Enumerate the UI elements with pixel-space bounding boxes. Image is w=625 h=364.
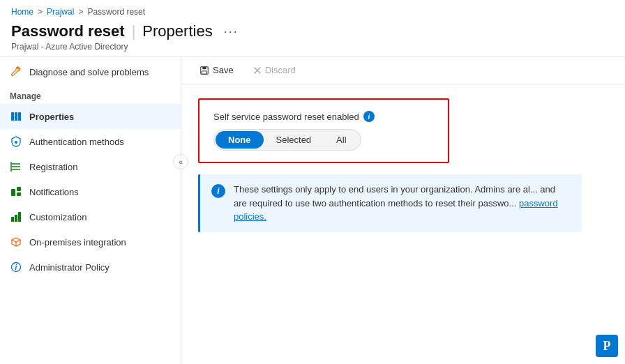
page-subtitle: Properties bbox=[142, 22, 212, 40]
discard-icon bbox=[253, 66, 262, 75]
svg-rect-10 bbox=[17, 192, 21, 196]
sspr-label-text: Self service password reset enabled bbox=[213, 112, 359, 122]
title-separator: | bbox=[132, 22, 136, 40]
breadcrumb-prajwal[interactable]: Prajwal bbox=[47, 7, 74, 17]
breadcrumb-home[interactable]: Home bbox=[11, 7, 33, 17]
svg-rect-9 bbox=[17, 187, 21, 191]
breadcrumb-sep2: > bbox=[78, 7, 83, 17]
password-policies-link[interactable]: password policies. bbox=[234, 198, 558, 222]
sspr-info-icon[interactable]: i bbox=[363, 111, 375, 122]
header: Home > Prajwal > Password reset Password… bbox=[0, 0, 625, 56]
sidebar-item-customization[interactable]: Customization bbox=[0, 204, 181, 229]
content-area: Save Discard Self service password reset… bbox=[181, 56, 625, 364]
svg-rect-13 bbox=[18, 212, 21, 222]
collapse-sidebar-button[interactable]: « bbox=[173, 154, 188, 169]
sspr-section: Self service password reset enabled i No… bbox=[198, 98, 449, 163]
sidebar-notifications-label: Notifications bbox=[29, 187, 79, 197]
shield-icon bbox=[10, 135, 22, 148]
breadcrumb-sep1: > bbox=[38, 7, 43, 17]
sidebar-item-diagnose[interactable]: Diagnose and solve problems bbox=[0, 59, 181, 84]
info-box-icon: i bbox=[211, 184, 225, 198]
svg-rect-2 bbox=[18, 112, 21, 121]
svg-rect-8 bbox=[11, 189, 15, 196]
org-label: Prajwal - Azure Active Directory bbox=[11, 42, 614, 52]
sidebar-auth-methods-label: Authentication methods bbox=[29, 137, 124, 147]
on-premises-icon bbox=[10, 236, 22, 248]
sidebar-manage-label: Manage bbox=[0, 84, 181, 104]
sidebar-item-properties[interactable]: Properties bbox=[0, 104, 181, 129]
notifications-icon bbox=[10, 185, 22, 198]
sidebar-registration-label: Registration bbox=[29, 162, 77, 172]
info-box-text: These settings only apply to end users i… bbox=[234, 183, 571, 224]
breadcrumb: Home > Prajwal > Password reset bbox=[11, 7, 614, 17]
wrench-icon bbox=[10, 66, 22, 78]
svg-point-3 bbox=[15, 141, 17, 144]
sidebar-on-premises-label: On-premises integration bbox=[29, 237, 126, 248]
save-icon bbox=[199, 66, 209, 75]
svg-rect-19 bbox=[202, 70, 207, 73]
toggle-all[interactable]: All bbox=[324, 131, 359, 149]
info-box: i These settings only apply to end users… bbox=[198, 174, 582, 232]
sidebar: Diagnose and solve problems Manage Prope… bbox=[0, 56, 181, 364]
svg-text:i: i bbox=[15, 264, 17, 271]
properties-icon bbox=[10, 110, 22, 123]
admin-policy-icon: i bbox=[10, 261, 22, 273]
logo-badge: P bbox=[596, 335, 618, 357]
discard-button[interactable]: Discard bbox=[249, 62, 300, 78]
toggle-selected[interactable]: Selected bbox=[264, 131, 324, 149]
save-label: Save bbox=[213, 65, 234, 75]
content-body: Self service password reset enabled i No… bbox=[181, 84, 625, 246]
svg-rect-12 bbox=[15, 215, 17, 222]
svg-rect-1 bbox=[15, 112, 17, 121]
sidebar-properties-label: Properties bbox=[29, 112, 74, 122]
toolbar: Save Discard bbox=[181, 56, 625, 84]
sidebar-item-registration[interactable]: Registration bbox=[0, 154, 181, 179]
svg-rect-11 bbox=[11, 217, 14, 222]
customization-icon bbox=[10, 211, 22, 223]
discard-label: Discard bbox=[265, 65, 296, 75]
more-options-button[interactable]: ··· bbox=[220, 23, 243, 40]
main-layout: Diagnose and solve problems Manage Prope… bbox=[0, 56, 625, 364]
sidebar-item-admin-policy[interactable]: i Administrator Policy bbox=[0, 255, 181, 280]
registration-icon bbox=[10, 160, 22, 173]
sidebar-item-on-premises[interactable]: On-premises integration bbox=[0, 229, 181, 255]
sidebar-customization-label: Customization bbox=[29, 212, 86, 222]
page-title: Password reset bbox=[11, 22, 125, 40]
toggle-none[interactable]: None bbox=[216, 131, 264, 149]
sidebar-diagnose-label: Diagnose and solve problems bbox=[29, 67, 149, 77]
breadcrumb-current: Password reset bbox=[87, 7, 145, 17]
title-row: Password reset | Properties ··· bbox=[11, 22, 614, 40]
sspr-label: Self service password reset enabled i bbox=[213, 111, 434, 122]
svg-rect-18 bbox=[202, 66, 206, 69]
sspr-toggle-group: None Selected All bbox=[213, 129, 361, 151]
sidebar-admin-policy-label: Administrator Policy bbox=[29, 262, 110, 273]
sidebar-item-auth-methods[interactable]: Authentication methods bbox=[0, 129, 181, 154]
svg-rect-0 bbox=[11, 112, 14, 121]
sidebar-item-notifications[interactable]: Notifications bbox=[0, 179, 181, 204]
save-button[interactable]: Save bbox=[195, 62, 238, 78]
